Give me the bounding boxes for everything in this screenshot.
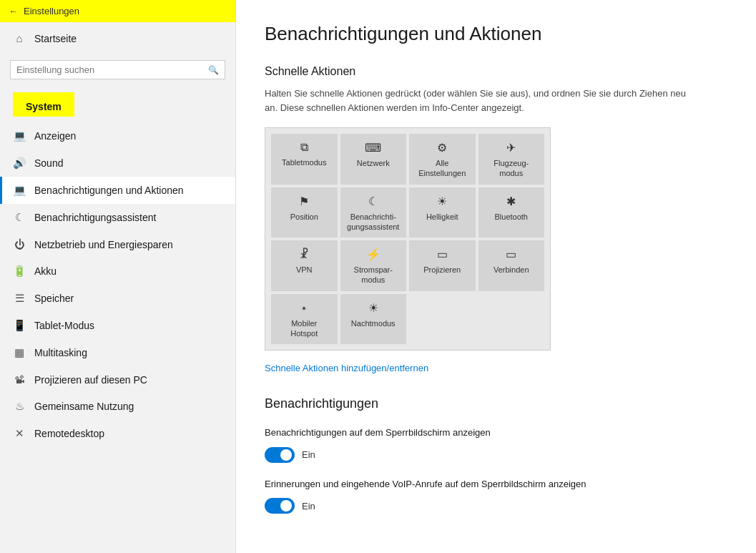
sidebar-title: Einstellungen — [24, 6, 79, 16]
nav-label-speicher: Speicher — [34, 293, 74, 304]
sidebar-item-akku[interactable]: 🔋 Akku — [0, 258, 235, 285]
setting-row-1: Benachrichtigungen auf dem Sperrbildschi… — [265, 426, 727, 463]
qa-label-mobiler-hotspot: MobilerHotspot — [290, 318, 318, 339]
qa-label-bluetooth: Bluetooth — [495, 212, 528, 222]
toggle2-label: Ein — [302, 501, 315, 512]
system-label: System — [13, 92, 74, 117]
search-box[interactable]: 🔍 — [10, 60, 225, 79]
qa-tile-mobiler-hotspot[interactable]: ⋆ MobilerHotspot — [271, 294, 338, 345]
qa-label-verbinden: Verbinden — [494, 265, 529, 275]
qa-tile-position[interactable]: ⚑ Position — [271, 187, 338, 238]
qa-label-tabletmodus: Tabletmodus — [282, 157, 326, 167]
toggle-row-1: Ein — [265, 447, 727, 463]
sidebar-item-tablet-modus[interactable]: 📱 Tablet-Modus — [0, 312, 235, 339]
qa-tile-empty2 — [478, 294, 545, 345]
nachtmodus-icon: ☀ — [368, 301, 378, 315]
sidebar-item-anzeigen[interactable]: 💻 Anzeigen — [0, 122, 235, 150]
setting2-label: Erinnerungen und eingehende VoIP-Anrufe … — [265, 477, 622, 491]
sidebar-item-benachrichtigungsassistent[interactable]: ☾ Benachrichtigungsassistent — [0, 204, 235, 231]
home-icon: ⌂ — [13, 32, 26, 44]
projizieren-qa-icon: ▭ — [437, 248, 448, 261]
qa-tile-netzwerk[interactable]: ⌨ Netzwerk — [340, 134, 407, 185]
search-input[interactable] — [16, 64, 204, 75]
quick-actions-grid: ⧉ Tabletmodus ⌨ Netzwerk ⚙ Alle Einstell… — [265, 127, 551, 351]
nav-label-tablet: Tablet-Modus — [34, 320, 94, 331]
sidebar-item-netzbetrieb[interactable]: ⏻ Netzbetrieb und Energiesparen — [0, 231, 235, 258]
remotedesktop-icon: ✕ — [13, 427, 26, 440]
speicher-icon: ☰ — [13, 292, 26, 305]
sidebar-item-remotedesktop[interactable]: ✕ Remotedesktop — [0, 420, 235, 447]
nav-label-sound: Sound — [34, 157, 63, 169]
mobiler-hotspot-icon: ⋆ — [300, 301, 308, 315]
qa-tile-tabletmodus[interactable]: ⧉ Tabletmodus — [271, 134, 338, 185]
sidebar-home-label: Startseite — [34, 33, 77, 44]
sidebar-item-sound[interactable]: 🔊 Sound — [0, 150, 235, 177]
sidebar-header: ← Einstellungen — [0, 0, 235, 22]
qa-label-flugzeugmodus: Flugzeug-modus — [494, 158, 529, 179]
sidebar-item-home[interactable]: ⌂ Startseite — [0, 22, 235, 54]
qa-tile-helligkeit[interactable]: ☀ Helligkeit — [409, 187, 476, 238]
nav-label-benachrichtigungsassistent: Benachrichtigungsassistent — [34, 212, 156, 223]
sidebar-item-multitasking[interactable]: ▦ Multitasking — [0, 339, 235, 366]
toggle-2[interactable] — [265, 498, 295, 514]
qa-tile-benachrichtigungsassistent[interactable]: ☾ Benachrichti-gungsassistent — [340, 187, 407, 238]
netzbetrieb-icon: ⏻ — [13, 238, 26, 250]
qa-label-nachtmodus: Nachtmodus — [351, 318, 396, 328]
nav-label-projizieren: Projizieren auf diesen PC — [34, 374, 147, 386]
qa-tile-nachtmodus[interactable]: ☀ Nachtmodus — [340, 294, 407, 345]
qa-tile-bluetooth[interactable]: ✱ Bluetooth — [478, 187, 545, 238]
back-button[interactable]: ← — [9, 6, 18, 16]
qa-label-position: Position — [290, 212, 318, 222]
nav-label-multitasking: Multitasking — [34, 347, 87, 358]
bluetooth-icon: ✱ — [506, 195, 516, 208]
schnelle-aktionen-heading: Schnelle Aktionen — [265, 65, 727, 78]
tabletmodus-icon: ⧉ — [300, 141, 308, 154]
qa-label-helligkeit: Helligkeit — [426, 212, 458, 222]
verbinden-icon: ▭ — [506, 248, 516, 261]
sidebar-item-gemeinsame-nutzung[interactable]: ♨ Gemeinsame Nutzung — [0, 393, 235, 420]
sidebar-item-speicher[interactable]: ☰ Speicher — [0, 285, 235, 312]
nav-label-akku: Akku — [34, 265, 57, 277]
sidebar: ← Einstellungen ⌂ Startseite 🔍 System 💻 … — [0, 0, 236, 553]
qa-tile-verbinden[interactable]: ▭ Verbinden — [478, 240, 545, 291]
qa-label-strommodus: Stromspar-modus — [354, 265, 393, 285]
setting1-label: Benachrichtigungen auf dem Sperrbildschi… — [265, 426, 622, 440]
benachrichtigungsassistent-qa-icon: ☾ — [368, 195, 378, 208]
nav-label-remotedesktop: Remotedesktop — [34, 428, 104, 439]
multitasking-icon: ▦ — [13, 346, 26, 359]
nav-label-netzbetrieb: Netzbetrieb und Energiesparen — [34, 239, 173, 250]
qa-tile-strommodus[interactable]: ⚡ Stromspar-modus — [340, 240, 407, 291]
toggle-1[interactable] — [265, 447, 295, 463]
sidebar-item-projizieren[interactable]: 📽 Projizieren auf diesen PC — [0, 366, 235, 393]
tablet-icon: 📱 — [13, 319, 26, 332]
qa-tile-alle-einstellungen[interactable]: ⚙ Alle Einstellungen — [409, 134, 476, 185]
main-content: Benachrichtigungen und Aktionen Schnelle… — [236, 0, 756, 553]
nav-label-gemeinsame: Gemeinsame Nutzung — [34, 401, 134, 412]
qa-tile-projizieren[interactable]: ▭ Projizieren — [409, 240, 476, 291]
toggle1-label: Ein — [302, 449, 315, 460]
qa-label-alle-einstellungen: Alle Einstellungen — [415, 158, 470, 179]
vpn-icon: ☧ — [300, 248, 309, 261]
quick-actions-link[interactable]: Schnelle Aktionen hinzufügen/entfernen — [265, 363, 428, 373]
anzeigen-icon: 💻 — [13, 129, 26, 142]
projizieren-icon: 📽 — [13, 373, 26, 386]
helligkeit-icon: ☀ — [437, 195, 447, 208]
schnelle-aktionen-desc: Halten Sie schnelle Aktionen gedrückt (o… — [265, 87, 694, 114]
flugzeugmodus-icon: ✈ — [506, 141, 516, 155]
sound-icon: 🔊 — [13, 157, 26, 170]
position-icon: ⚑ — [299, 195, 309, 208]
benachrichtigungen-heading: Benachrichtigungen — [265, 396, 727, 411]
qa-tile-vpn[interactable]: ☧ VPN — [271, 240, 338, 291]
akku-icon: 🔋 — [13, 265, 26, 278]
qa-label-benachrichtigungsassistent: Benachrichti-gungsassistent — [347, 212, 399, 233]
nav-label-anzeigen: Anzeigen — [34, 130, 76, 142]
page-title: Benachrichtigungen und Aktionen — [265, 23, 727, 45]
sidebar-item-benachrichtigungen[interactable]: 💻 Benachrichtigungen und Aktionen — [0, 177, 235, 204]
nav-label-benachrichtigungen: Benachrichtigungen und Aktionen — [34, 185, 184, 196]
alle-einstellungen-icon: ⚙ — [437, 141, 447, 155]
gemeinsame-icon: ♨ — [13, 400, 26, 413]
strommodus-icon: ⚡ — [366, 248, 381, 261]
qa-label-projizieren: Projizieren — [423, 265, 461, 275]
qa-tile-flugzeugmodus[interactable]: ✈ Flugzeug-modus — [478, 134, 545, 185]
qa-label-vpn: VPN — [296, 265, 313, 275]
